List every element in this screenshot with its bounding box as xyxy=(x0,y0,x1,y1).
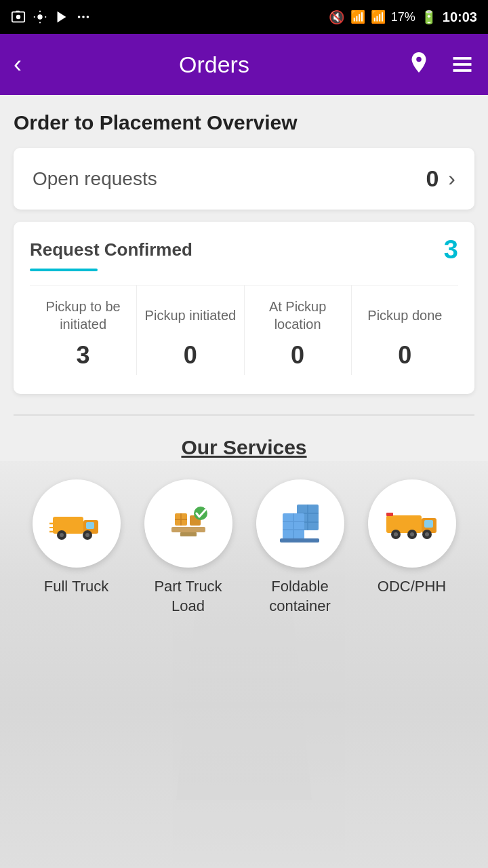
stat-value-1: 0 xyxy=(184,341,197,370)
part-truck-icon-circle xyxy=(144,479,232,568)
stat-label-0: Pickup to be initiated xyxy=(35,298,131,333)
service-foldable[interactable]: Foldable container xyxy=(249,479,351,616)
svg-rect-17 xyxy=(86,522,94,529)
confirmed-card: Request Confirmed 3 Pickup to be initiat… xyxy=(14,222,474,394)
status-icons-left xyxy=(11,9,91,24)
svg-rect-15 xyxy=(53,517,83,534)
header-title: Orders xyxy=(179,52,249,78)
foldable-label: Foldable container xyxy=(249,577,351,616)
time-display: 10:03 xyxy=(443,9,477,25)
services-title: Our Services xyxy=(14,436,474,459)
part-truck-label: Part Truck Load xyxy=(138,577,239,616)
back-button[interactable]: ‹ xyxy=(14,50,22,79)
battery-icon: 🔋 xyxy=(421,9,437,25)
foldable-icon-circle xyxy=(256,479,344,568)
location-icon[interactable] xyxy=(407,50,431,79)
open-requests-count: 0 xyxy=(426,165,439,192)
services-section: Our Services xyxy=(14,436,474,616)
svg-point-50 xyxy=(425,532,429,536)
photo-icon xyxy=(11,9,26,24)
confirmed-title: Request Confirmed xyxy=(30,239,192,260)
page-title: Order to Placement Overview xyxy=(14,111,474,134)
section-divider xyxy=(14,414,474,416)
odc-icon xyxy=(385,496,439,551)
svg-rect-43 xyxy=(424,520,433,528)
stat-value-0: 3 xyxy=(77,341,90,370)
stat-at-pickup-location[interactable]: At Pickup location 0 xyxy=(245,285,352,375)
stat-pickup-to-be-initiated[interactable]: Pickup to be initiated 3 xyxy=(30,285,137,375)
stat-label-2: At Pickup location xyxy=(250,298,346,333)
odc-icon-circle xyxy=(368,479,456,568)
menu-icon[interactable] xyxy=(450,52,474,77)
signal-icon: 📶 xyxy=(371,9,386,24)
svg-point-10 xyxy=(87,16,89,18)
svg-rect-26 xyxy=(180,532,197,536)
svg-point-2 xyxy=(37,14,42,19)
main-content: Order to Placement Overview Open request… xyxy=(0,95,488,868)
wifi-icon: 📶 xyxy=(350,9,365,24)
open-requests-right: 0 › xyxy=(426,165,455,192)
app-header: ‹ Orders xyxy=(0,34,488,95)
svg-point-1 xyxy=(16,15,20,19)
svg-rect-25 xyxy=(171,527,205,532)
open-requests-card[interactable]: Open requests 0 › xyxy=(14,148,474,210)
svg-point-8 xyxy=(78,16,81,18)
part-truck-icon xyxy=(161,496,216,551)
more-icon xyxy=(76,9,91,24)
svg-rect-41 xyxy=(386,515,422,533)
mute-icon: 🔇 xyxy=(329,9,345,25)
stat-pickup-initiated[interactable]: Pickup initiated 0 xyxy=(137,285,244,375)
service-odc[interactable]: ODC/PHH xyxy=(361,479,463,597)
odc-label: ODC/PHH xyxy=(378,577,446,597)
confirmed-count: 3 xyxy=(444,235,458,264)
svg-point-19 xyxy=(60,533,64,537)
confirmed-header: Request Confirmed 3 xyxy=(30,235,458,264)
stat-pickup-done[interactable]: Pickup done 0 xyxy=(352,285,458,375)
stat-value-3: 0 xyxy=(398,341,411,370)
svg-point-11 xyxy=(416,57,422,62)
stat-label-1: Pickup initiated xyxy=(145,298,237,333)
svg-point-21 xyxy=(85,533,89,537)
svg-rect-44 xyxy=(386,513,393,516)
stats-row: Pickup to be initiated 3 Pickup initiate… xyxy=(30,285,458,375)
weather-icon xyxy=(33,9,47,24)
stat-value-2: 0 xyxy=(291,341,304,370)
full-truck-label: Full Truck xyxy=(44,577,108,597)
svg-point-9 xyxy=(82,16,85,18)
foldable-icon xyxy=(273,496,327,551)
open-requests-label: Open requests xyxy=(33,168,157,190)
svg-rect-40 xyxy=(280,538,319,542)
header-actions xyxy=(407,50,474,79)
battery-text: 17% xyxy=(391,10,415,24)
stat-label-3: Pickup done xyxy=(367,298,442,333)
confirmed-underline xyxy=(30,269,98,271)
arrow-right-icon: › xyxy=(448,166,455,191)
service-part-truck[interactable]: Part Truck Load xyxy=(138,479,239,616)
full-truck-icon xyxy=(49,496,104,551)
services-grid: Full Truck xyxy=(14,479,474,616)
svg-marker-7 xyxy=(58,12,66,23)
play-icon xyxy=(54,9,69,24)
full-truck-icon-circle xyxy=(33,479,121,568)
status-icons-right: 🔇 📶 📶 17% 🔋 10:03 xyxy=(329,9,477,25)
svg-point-46 xyxy=(394,532,398,536)
status-bar: 🔇 📶 📶 17% 🔋 10:03 xyxy=(0,0,488,34)
svg-point-48 xyxy=(410,532,414,536)
service-full-truck[interactable]: Full Truck xyxy=(26,479,127,597)
